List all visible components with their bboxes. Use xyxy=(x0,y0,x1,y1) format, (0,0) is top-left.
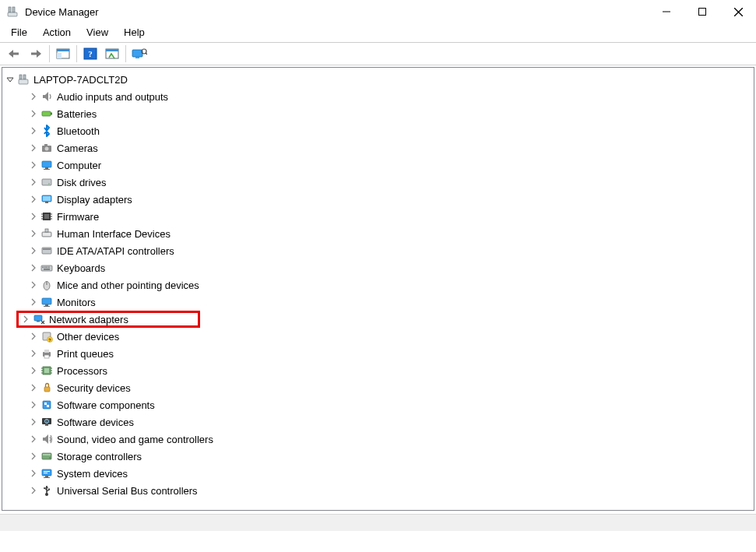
toolbar-scan-button[interactable] xyxy=(129,44,149,63)
tree-node-storage[interactable]: Storage controllers xyxy=(19,448,754,465)
tree-node-label: Network adapters xyxy=(49,314,128,325)
toolbar-separator xyxy=(125,45,126,62)
maximize-button[interactable] xyxy=(684,0,720,23)
tree-node-label: Processors xyxy=(57,365,107,377)
chevron-right-icon[interactable] xyxy=(27,467,40,480)
chevron-right-icon[interactable] xyxy=(27,347,40,360)
tree-node-monitors[interactable]: Monitors xyxy=(19,294,754,311)
chevron-right-icon[interactable] xyxy=(27,142,40,154)
toolbar-forward-button[interactable] xyxy=(26,44,46,63)
tree-node-label: Firmware xyxy=(57,211,99,223)
tree-node-sound[interactable]: Sound, video and game controllers xyxy=(19,431,754,448)
minimize-button[interactable] xyxy=(649,0,684,23)
chevron-right-icon[interactable] xyxy=(27,193,40,206)
chevron-right-icon[interactable] xyxy=(27,484,40,497)
tree-node-swdev[interactable]: Software devices xyxy=(19,413,754,431)
tree-node-usb[interactable]: Universal Serial Bus controllers xyxy=(19,482,754,499)
tree-node-printq[interactable]: Print queues xyxy=(19,345,754,362)
tree-node-bluetooth[interactable]: Bluetooth xyxy=(19,122,754,139)
toolbar-show-hide-button[interactable] xyxy=(53,44,73,63)
menu-action[interactable]: Action xyxy=(35,26,79,39)
chevron-right-icon[interactable] xyxy=(27,107,40,120)
chevron-down-icon[interactable] xyxy=(4,73,16,86)
network-icon xyxy=(32,312,46,326)
computer-icon xyxy=(40,158,54,172)
tree-node-hid[interactable]: Human Interface Devices xyxy=(19,225,754,242)
tree-node-display[interactable]: Display adapters xyxy=(19,191,754,208)
other-icon xyxy=(40,329,54,343)
chevron-right-icon[interactable] xyxy=(27,381,40,394)
chevron-right-icon[interactable] xyxy=(27,244,40,257)
chevron-right-icon[interactable] xyxy=(27,364,40,377)
chevron-right-icon[interactable] xyxy=(27,227,40,240)
tree-node-label: Batteries xyxy=(57,108,97,120)
display-icon xyxy=(40,192,54,206)
tree-node-label: Audio inputs and outputs xyxy=(57,91,168,103)
device-tree[interactable]: LAPTOP-7ADCLT2D Audio inputs and outputs… xyxy=(2,67,754,511)
svg-line-19 xyxy=(146,53,147,54)
chevron-right-icon[interactable] xyxy=(27,433,40,445)
toolbar-help-button[interactable]: ? xyxy=(80,44,100,63)
svg-rect-21 xyxy=(23,75,26,79)
security-icon xyxy=(40,381,54,395)
firmware-icon xyxy=(40,209,54,223)
chevron-right-icon[interactable] xyxy=(27,159,40,171)
toolbar-properties-button[interactable] xyxy=(102,44,122,63)
chevron-right-icon[interactable] xyxy=(27,125,40,137)
tree-node-cameras[interactable]: Cameras xyxy=(19,139,754,156)
tree-node-batteries[interactable]: Batteries xyxy=(19,105,754,122)
tree-root-node[interactable]: LAPTOP-7ADCLT2D xyxy=(4,71,754,88)
svg-rect-20 xyxy=(19,75,22,79)
tree-node-processors[interactable]: Processors xyxy=(19,362,754,379)
svg-rect-10 xyxy=(57,49,69,51)
tree-node-label: Software devices xyxy=(57,417,134,428)
swcomp-icon xyxy=(40,398,54,412)
tree-node-keyboards[interactable]: Keyboards xyxy=(19,259,754,276)
chevron-right-icon[interactable] xyxy=(19,313,32,325)
hid-icon xyxy=(40,227,54,241)
camera-icon xyxy=(40,141,54,155)
menu-view[interactable]: View xyxy=(79,26,116,39)
tree-node-firmware[interactable]: Firmware xyxy=(19,208,754,225)
chevron-right-icon[interactable] xyxy=(27,296,40,308)
sound-icon xyxy=(40,432,54,446)
tree-node-diskdrives[interactable]: Disk drives xyxy=(19,174,754,191)
monitor-icon xyxy=(40,295,54,309)
tree-node-system[interactable]: System devices xyxy=(19,465,754,482)
chevron-right-icon[interactable] xyxy=(27,416,40,428)
system-icon xyxy=(40,466,54,480)
tree-node-audio[interactable]: Audio inputs and outputs xyxy=(19,88,754,105)
chevron-right-icon[interactable] xyxy=(27,399,40,411)
tree-node-computer[interactable]: Computer xyxy=(19,156,754,174)
tree-node-label: Bluetooth xyxy=(57,125,100,137)
chevron-right-icon[interactable] xyxy=(27,279,40,291)
svg-rect-8 xyxy=(31,53,37,55)
menu-help[interactable]: Help xyxy=(116,26,153,39)
tree-node-other[interactable]: Other devices xyxy=(19,328,754,345)
chevron-right-icon[interactable] xyxy=(27,90,40,103)
chevron-right-icon[interactable] xyxy=(27,210,40,223)
tree-node-swcomp[interactable]: Software components xyxy=(19,396,754,413)
close-button[interactable] xyxy=(720,0,756,23)
tree-root-label: LAPTOP-7ADCLT2D xyxy=(33,74,128,86)
mouse-icon xyxy=(40,278,54,292)
speaker-icon xyxy=(40,90,54,104)
chevron-right-icon[interactable] xyxy=(27,176,40,188)
tree-node-label: Software components xyxy=(57,399,155,411)
tree-node-security[interactable]: Security devices xyxy=(19,379,754,396)
chevron-right-icon[interactable] xyxy=(27,262,40,274)
tree-node-ide[interactable]: IDE ATA/ATAPI controllers xyxy=(19,242,754,259)
svg-text:?: ? xyxy=(88,49,93,58)
toolbar-back-button[interactable] xyxy=(4,44,24,63)
tree-node-label: Sound, video and game controllers xyxy=(57,434,213,445)
toolbar-separator xyxy=(76,45,77,62)
menu-file[interactable]: File xyxy=(3,26,35,39)
chevron-right-icon[interactable] xyxy=(27,330,40,343)
tree-node-label: Print queues xyxy=(57,348,114,360)
tree-node-network[interactable]: Network adapters xyxy=(16,311,200,328)
svg-rect-22 xyxy=(19,79,28,84)
chevron-right-icon[interactable] xyxy=(27,450,40,462)
svg-rect-1 xyxy=(12,7,15,12)
tree-node-label: Display adapters xyxy=(57,194,132,206)
tree-node-mice[interactable]: Mice and other pointing devices xyxy=(19,276,754,294)
